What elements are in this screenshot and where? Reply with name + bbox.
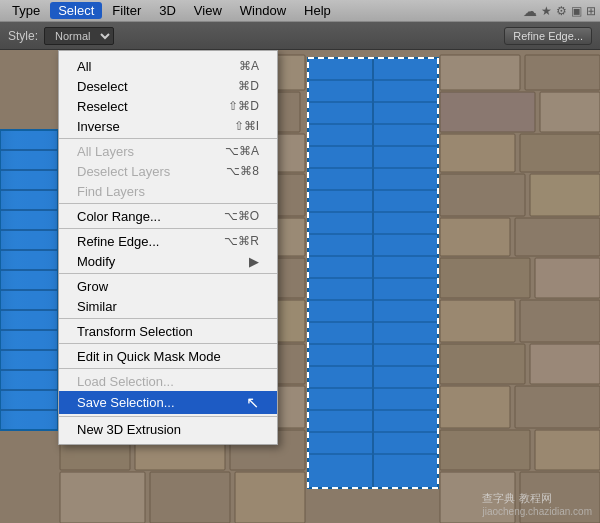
menu-item-transform-selection[interactable]: Transform Selection [59,321,277,341]
svg-rect-38 [440,134,515,172]
style-select[interactable]: Normal [44,27,114,45]
menu-section-1: All ⌘A Deselect ⌘D Reselect ⇧⌘D Inverse … [59,54,277,139]
menu-item-save-selection[interactable]: Save Selection... ↖ [59,391,277,414]
menu-section-3: Color Range... ⌥⌘O [59,204,277,229]
menu-3d[interactable]: 3D [151,2,184,19]
svg-rect-35 [525,55,600,90]
menu-section-7: Edit in Quick Mask Mode [59,344,277,369]
menu-type[interactable]: Type [4,2,48,19]
toolbar: Style: Normal Refine Edge... [0,22,600,50]
watermark-url: jiaocheng.chazidian.com [482,506,592,517]
menu-item-quick-mask[interactable]: Edit in Quick Mask Mode [59,346,277,366]
menu-section-5: Grow Similar [59,274,277,319]
svg-rect-32 [150,472,230,523]
svg-rect-36 [440,92,535,132]
cursor-indicator: ↖ [246,393,259,412]
menu-help[interactable]: Help [296,2,339,19]
svg-rect-47 [520,300,600,342]
svg-rect-42 [440,218,510,256]
svg-rect-37 [540,92,600,132]
cloud-icon: ☁ [523,3,537,19]
menu-section-9: New 3D Extrusion [59,417,277,441]
menu-select[interactable]: Select [50,2,102,19]
svg-rect-53 [535,430,600,470]
screen-icon: ▣ [571,4,582,18]
svg-rect-46 [440,300,515,342]
svg-rect-33 [235,472,305,523]
watermark: 查字典 教程网 jiaocheng.chazidian.com [482,491,592,517]
select-dropdown-menu: All ⌘A Deselect ⌘D Reselect ⇧⌘D Inverse … [58,50,278,445]
menubar: Type Select Filter 3D View Window Help ☁… [0,0,600,22]
menu-filter[interactable]: Filter [104,2,149,19]
svg-rect-40 [440,174,525,216]
svg-rect-45 [535,258,600,298]
style-label: Style: [8,29,38,43]
menu-item-find-layers: Find Layers [59,181,277,201]
svg-rect-52 [440,430,530,470]
menu-view[interactable]: View [186,2,230,19]
menu-item-grow[interactable]: Grow [59,276,277,296]
star-icon: ★ [541,4,552,18]
menu-item-3d-extrusion[interactable]: New 3D Extrusion [59,419,277,439]
svg-rect-43 [515,218,600,256]
menu-item-load-selection: Load Selection... [59,371,277,391]
svg-rect-44 [440,258,530,298]
svg-rect-41 [530,174,600,216]
grid-icon: ⊞ [586,4,596,18]
svg-rect-50 [440,386,510,428]
svg-rect-57 [0,130,58,430]
menu-item-color-range[interactable]: Color Range... ⌥⌘O [59,206,277,226]
canvas-area: All ⌘A Deselect ⌘D Reselect ⇧⌘D Inverse … [0,50,600,523]
menu-window[interactable]: Window [232,2,294,19]
menu-section-2: All Layers ⌥⌘A Deselect Layers ⌥⌘8 Find … [59,139,277,204]
svg-rect-34 [440,55,520,90]
menu-section-4: Refine Edge... ⌥⌘R Modify ▶ [59,229,277,274]
svg-rect-31 [60,472,145,523]
menu-item-refine-edge[interactable]: Refine Edge... ⌥⌘R [59,231,277,251]
refine-edge-button[interactable]: Refine Edge... [504,27,592,45]
menu-item-deselect[interactable]: Deselect ⌘D [59,76,277,96]
menu-item-similar[interactable]: Similar [59,296,277,316]
watermark-site: 查字典 教程网 [482,491,592,506]
menu-section-8: Load Selection... Save Selection... ↖ [59,369,277,417]
menu-item-modify[interactable]: Modify ▶ [59,251,277,271]
menu-item-all-layers: All Layers ⌥⌘A [59,141,277,161]
svg-rect-48 [440,344,525,384]
menu-item-inverse[interactable]: Inverse ⇧⌘I [59,116,277,136]
svg-rect-39 [520,134,600,172]
menu-item-deselect-layers: Deselect Layers ⌥⌘8 [59,161,277,181]
menu-item-all[interactable]: All ⌘A [59,56,277,76]
settings-icon: ⚙ [556,4,567,18]
menu-section-6: Transform Selection [59,319,277,344]
menu-item-reselect[interactable]: Reselect ⇧⌘D [59,96,277,116]
svg-rect-49 [530,344,600,384]
svg-rect-51 [515,386,600,428]
